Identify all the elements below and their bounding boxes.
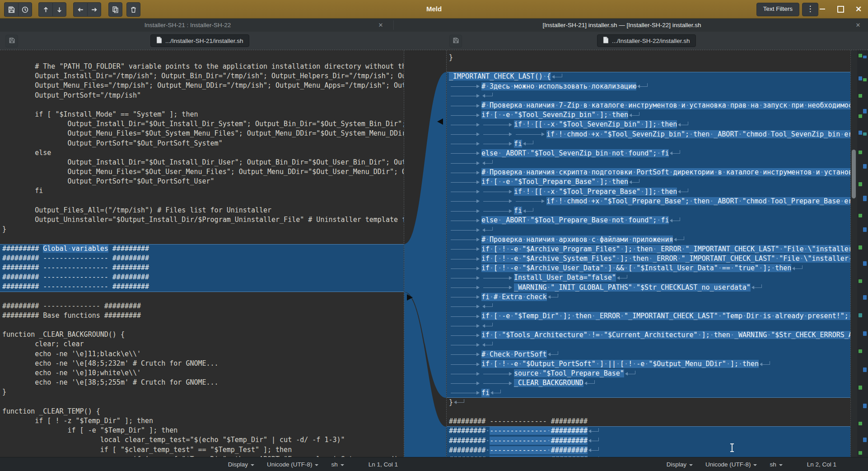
minimize-button[interactable] <box>817 3 828 15</box>
code-line <box>0 100 404 110</box>
newline-marker-icon <box>547 350 560 359</box>
text-filters-button[interactable]: Text Filters <box>756 3 799 16</box>
close-icon: ✕ <box>855 5 862 14</box>
code-line <box>447 91 850 101</box>
push-right-button[interactable] <box>87 2 101 17</box>
code-line: } <box>447 398 850 407</box>
save-left-file-button[interactable] <box>5 35 18 47</box>
tab-marker-icon <box>449 321 481 330</box>
code-line: } <box>0 225 404 234</box>
code-line: #·Проверка·наличия·скрипта·подготовки·Po… <box>447 168 850 177</box>
syntax-menu-left[interactable]: sh <box>331 461 344 468</box>
newline-marker-icon <box>551 72 565 81</box>
diff-map-mark <box>859 214 862 217</box>
diff-map-mark <box>863 227 867 232</box>
newline-marker-icon <box>547 292 560 302</box>
right-file-path-button[interactable]: .../Installer-SH-22/installer.sh <box>597 34 696 47</box>
diff-map-mark <box>859 245 862 250</box>
display-menu-right[interactable]: Display <box>667 461 693 468</box>
newline-marker-icon <box>453 398 467 407</box>
tab-marker-icon <box>449 206 481 216</box>
tab-marker-icon <box>449 177 481 187</box>
code-line: ######### ---------------- ######### <box>0 282 404 292</box>
push-chunk-right-arrow-icon[interactable] <box>407 294 413 301</box>
newline-marker-icon <box>616 273 630 283</box>
tab-marker-icon <box>481 378 514 388</box>
code-line: if·[·-e·"$Tool_SevenZip_bin"·];·then <box>447 110 850 120</box>
menu-button[interactable]: ⋮ <box>802 3 818 16</box>
floppy-icon <box>453 37 459 46</box>
copy-button[interactable] <box>108 2 122 17</box>
code-line: ######### Base functions ######### <box>0 311 404 320</box>
tab-marker-icon <box>449 369 481 378</box>
tab-close-button[interactable]: ✕ <box>374 19 387 32</box>
tab-marker-icon <box>449 330 481 340</box>
code-line: Install_User_Data="false" <box>447 273 850 283</box>
tab-close-button[interactable]: ✕ <box>852 19 864 32</box>
display-menu-left[interactable]: Display <box>228 461 254 468</box>
document-icon <box>156 37 162 45</box>
tab-marker-icon <box>481 120 514 129</box>
encoding-menu-right[interactable]: Unicode (UTF-8) <box>705 461 757 468</box>
newline-marker-icon <box>481 321 495 330</box>
tab-marker-icon <box>514 197 546 206</box>
save-button[interactable] <box>4 2 18 17</box>
save-right-file-button[interactable] <box>449 35 462 47</box>
right-editor-pane[interactable]: }_IMPORTANT_CHECK_LAST()·{#·Здесь·можно·… <box>446 50 851 457</box>
push-chunk-left-arrow-icon[interactable] <box>437 118 443 125</box>
title-bar: Meld <box>0 0 868 19</box>
previous-change-button[interactable] <box>38 2 52 17</box>
code-line: if·[·!·-e·"$Output_PortSoft"·]·||·[·!·-e… <box>447 359 850 369</box>
syntax-menu-right[interactable]: sh <box>770 461 782 468</box>
code-line <box>0 292 404 301</box>
code-line: ######### Global·variables ######### <box>0 244 404 254</box>
maximize-button[interactable] <box>835 3 846 15</box>
tab-marker-icon <box>449 350 481 359</box>
tab-marker-icon <box>449 101 481 110</box>
tab-marker-icon <box>449 139 481 149</box>
diff-map-mark <box>863 261 867 266</box>
code-line: echo -ne '\e[38;5;255m' # Crutch for GNO… <box>0 378 404 387</box>
code-line: Output_Menu_Files="$Out_System_Menu_File… <box>0 129 404 138</box>
code-line: echo -ne '\e[48;5;232m' # Crutch for GNO… <box>0 359 404 368</box>
diff-map-mark <box>859 386 862 390</box>
code-line: echo -ne '\e]11;black\e\\' <box>0 349 404 359</box>
diff-overview-map[interactable] <box>857 50 868 457</box>
code-line: } <box>0 387 404 397</box>
push-left-button[interactable] <box>73 2 87 17</box>
close-button[interactable]: ✕ <box>853 3 864 15</box>
arrow-up-icon <box>42 6 50 14</box>
meld-window: Meld <box>0 0 868 471</box>
tab-marker-icon <box>449 254 481 264</box>
code-line: if·!·[[·-x·"$Tool_Prepare_Base"·]];·then <box>447 187 850 197</box>
tab-marker-icon <box>449 130 481 139</box>
next-change-button[interactable] <box>52 2 66 17</box>
scrollbar-thumb[interactable] <box>852 150 856 198</box>
right-scrollbar[interactable] <box>851 50 857 457</box>
code-line: if·[·-e·"$Tool_Prepare_Base"·];·then <box>447 177 850 187</box>
tab-marker-icon <box>481 187 514 197</box>
tab-marker-icon <box>449 311 481 321</box>
code-line: #·Проверка·наличия·архивов·с·файлами·при… <box>447 235 850 245</box>
left-editor-pane[interactable]: # The "PATH_TO_FOLDER" variable points t… <box>0 50 404 457</box>
diff-map-mark <box>859 182 862 186</box>
left-file-path-button[interactable]: .../Installer-SH-21/installer.sh <box>150 34 249 47</box>
code-line: Output_Menu_Files="$Out_User_Menu_Files"… <box>0 167 404 177</box>
tab-marker-icon <box>449 283 481 292</box>
diff-map-mark <box>863 109 867 113</box>
code-line <box>447 225 850 235</box>
encoding-menu-left[interactable]: Unicode (UTF-8) <box>267 461 319 468</box>
tab-file-comparison[interactable]: [Installer-SH-21] installer.sh — [Instal… <box>394 19 868 32</box>
status-bar: Display Unicode (UTF-8) sh Ln 1, Col 1 D… <box>0 457 868 471</box>
code-line: ######### ---------------- ######### <box>0 263 404 273</box>
tab-marker-icon <box>449 82 481 91</box>
version-history-button[interactable] <box>18 2 32 17</box>
document-icon <box>603 37 609 45</box>
code-line <box>447 302 850 311</box>
code-line: Output_Menu_Files="/tmp/ish"; Output_Men… <box>0 81 404 90</box>
code-line: fi <box>447 206 850 216</box>
code-line: Output_PortSoft="$Out_PortSoft_User" <box>0 177 404 186</box>
tab-folder-comparison[interactable]: Installer-SH-21 : Installer-SH-22 ✕ <box>0 19 393 32</box>
code-line: # The "PATH_TO_FOLDER" variable points t… <box>0 62 404 71</box>
delete-button[interactable] <box>126 2 140 17</box>
